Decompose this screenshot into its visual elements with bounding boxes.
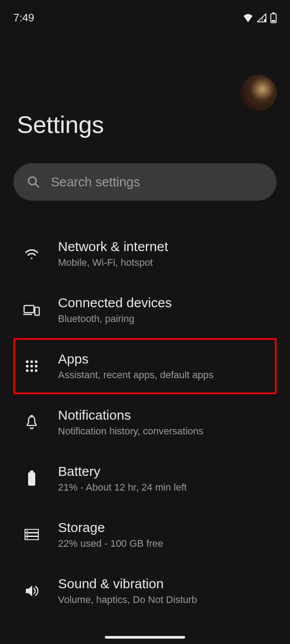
item-title: Notifications [58, 408, 203, 423]
svg-point-13 [26, 365, 29, 367]
item-title: Storage [58, 520, 163, 535]
svg-line-6 [35, 184, 39, 187]
page-title: Settings [17, 111, 273, 138]
status-bar: 7:49 ! [0, 0, 290, 27]
svg-point-12 [35, 360, 37, 363]
settings-item-network[interactable]: Network & internet Mobile, Wi-Fi, hotspo… [0, 226, 290, 282]
svg-rect-4 [272, 20, 275, 22]
svg-point-15 [35, 365, 37, 367]
sound-icon [23, 582, 40, 599]
settings-item-apps[interactable]: Apps Assistant, recent apps, default app… [13, 338, 277, 394]
item-title: Network & internet [58, 239, 168, 254]
item-title: Battery [58, 464, 187, 479]
signal-status-icon: ! [257, 13, 267, 22]
status-time: 7:49 [13, 12, 34, 24]
search-input[interactable] [51, 175, 263, 190]
storage-icon [23, 526, 40, 543]
settings-list: Network & internet Mobile, Wi-Fi, hotspo… [0, 226, 290, 619]
item-subtitle: Mobile, Wi-Fi, hotspot [58, 257, 168, 268]
svg-text:!: ! [261, 17, 263, 22]
svg-point-14 [30, 365, 33, 367]
devices-icon [23, 301, 40, 318]
item-subtitle: Volume, haptics, Do Not Disturb [58, 594, 197, 606]
svg-point-25 [27, 530, 28, 532]
item-subtitle: Bluetooth, pairing [58, 313, 172, 325]
settings-item-storage[interactable]: Storage 22% used - 100 GB free [0, 507, 290, 563]
svg-point-18 [35, 369, 37, 372]
item-subtitle: 21% - About 12 hr, 24 min left [58, 482, 187, 493]
svg-point-10 [26, 360, 29, 363]
item-title: Sound & vibration [58, 576, 197, 591]
bell-icon [23, 414, 40, 431]
status-icons: ! [243, 12, 277, 23]
apps-icon [23, 358, 40, 375]
item-title: Apps [58, 351, 214, 367]
svg-point-26 [27, 534, 28, 535]
svg-point-17 [30, 369, 33, 372]
settings-item-notifications[interactable]: Notifications Notification history, conv… [0, 394, 290, 450]
wifi-icon [23, 245, 40, 262]
svg-rect-8 [35, 307, 39, 315]
item-subtitle: 22% used - 100 GB free [58, 538, 163, 549]
battery-status-icon [270, 12, 277, 23]
settings-item-battery[interactable]: Battery 21% - About 12 hr, 24 min left [0, 450, 290, 507]
item-subtitle: Assistant, recent apps, default apps [58, 369, 214, 381]
svg-rect-7 [24, 305, 34, 313]
header-area: Settings [0, 27, 290, 138]
svg-point-16 [26, 369, 29, 372]
settings-item-sound[interactable]: Sound & vibration Volume, haptics, Do No… [0, 563, 290, 619]
item-title: Connected devices [58, 295, 172, 310]
svg-point-27 [27, 537, 28, 539]
wifi-status-icon [243, 13, 253, 22]
svg-rect-21 [30, 471, 33, 472]
search-bar[interactable] [13, 163, 277, 201]
avatar[interactable] [241, 75, 277, 111]
battery-icon [23, 470, 40, 487]
svg-rect-0 [264, 19, 265, 22]
svg-point-11 [30, 360, 33, 363]
settings-item-connected-devices[interactable]: Connected devices Bluetooth, pairing [0, 282, 290, 338]
search-icon [27, 175, 40, 189]
svg-rect-3 [272, 12, 275, 14]
svg-rect-20 [28, 472, 35, 486]
nav-indicator[interactable] [105, 636, 185, 639]
item-subtitle: Notification history, conversations [58, 425, 203, 437]
